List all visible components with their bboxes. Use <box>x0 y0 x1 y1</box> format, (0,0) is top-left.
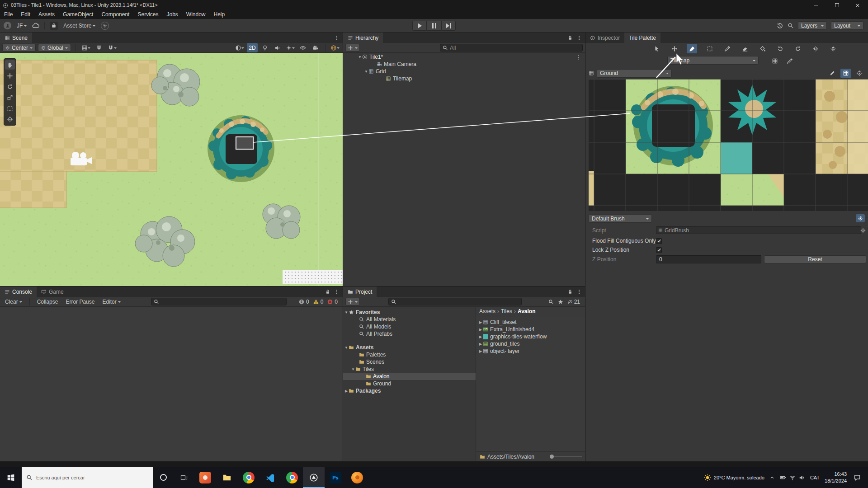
account-dropdown[interactable]: JF <box>14 22 29 30</box>
tree-palettes[interactable]: Palettes <box>343 351 476 358</box>
hierarchy-row-tilemap[interactable]: Tilemap <box>343 75 585 82</box>
menu-file[interactable]: File <box>0 10 17 19</box>
scene-lighting-icon[interactable] <box>259 43 270 52</box>
hierarchy-add-dropdown[interactable] <box>345 44 360 52</box>
console-log-area[interactable] <box>0 307 343 461</box>
move-tool[interactable] <box>5 71 15 80</box>
account-avatar[interactable] <box>4 22 11 29</box>
project-search-input[interactable] <box>388 298 522 305</box>
project-lock-icon[interactable] <box>567 289 573 295</box>
taskbar-chrome-2[interactable] <box>281 467 303 488</box>
battery-icon[interactable] <box>780 474 786 481</box>
menu-window[interactable]: Window <box>182 10 210 19</box>
transform-tool[interactable] <box>5 114 15 124</box>
tile-picker-tool[interactable] <box>722 44 732 53</box>
tree-scenes[interactable]: Scenes <box>343 358 476 366</box>
file-row[interactable]: ▶ground_tiles <box>476 340 585 347</box>
file-row[interactable]: ▶Cliff_tileset <box>476 319 585 326</box>
tab-game[interactable]: Game <box>37 286 68 297</box>
tool-handle-rotation-dropdown[interactable]: Global <box>38 44 71 52</box>
tree-packages[interactable]: ▶Packages <box>343 387 476 394</box>
network-icon[interactable] <box>789 474 796 481</box>
tile-eraser-tool[interactable] <box>740 44 750 53</box>
tree-favorites[interactable]: ▼Favorites <box>343 309 476 316</box>
script-menu-icon[interactable] <box>860 227 866 234</box>
palette-edit-pencil-icon[interactable] <box>827 69 838 78</box>
view-hand-tool[interactable] <box>5 60 15 70</box>
breadcrumb-tiles[interactable]: Tiles <box>501 308 512 314</box>
gizmos-dropdown[interactable] <box>330 43 340 52</box>
project-favorite-star-icon[interactable] <box>558 299 563 305</box>
tree-all-models[interactable]: All Models <box>343 323 476 330</box>
brush-dropdown[interactable]: Default Brush <box>589 214 652 223</box>
cloud-icon[interactable] <box>32 22 39 29</box>
play-button[interactable] <box>412 21 427 31</box>
tab-inspector[interactable]: Inspector <box>585 33 624 43</box>
thumbnail-zoom-slider[interactable] <box>550 455 582 459</box>
menu-jobs[interactable]: Jobs <box>162 10 182 19</box>
tray-expand-icon[interactable] <box>768 474 777 481</box>
shading-mode-dropdown[interactable] <box>234 43 245 52</box>
tile-flip-x-tool[interactable] <box>810 44 821 53</box>
tab-project[interactable]: Project <box>343 286 377 297</box>
taskbar-file-explorer[interactable] <box>216 467 238 488</box>
scene-canvas[interactable] <box>0 53 343 286</box>
breadcrumb-assets[interactable]: Assets <box>479 308 495 314</box>
weather-widget[interactable]: 20°C Mayorm. soleado <box>704 474 764 481</box>
tilemap-grid-icon[interactable] <box>769 56 780 66</box>
palette-gizmos-icon[interactable] <box>854 69 865 78</box>
scene-row-menu-icon[interactable] <box>576 54 581 60</box>
scene-visibility-icon[interactable] <box>297 43 308 52</box>
tree-tiles[interactable]: ▼Tiles <box>343 366 476 373</box>
grid-snap-dropdown[interactable] <box>107 43 118 52</box>
console-error-badge[interactable]: 0 <box>327 299 338 305</box>
volume-icon[interactable] <box>799 474 805 481</box>
hierarchy-row-grid[interactable]: ▼ Grid <box>343 68 585 75</box>
menu-gameobject[interactable]: GameObject <box>59 10 97 19</box>
console-warning-badge[interactable]: 0 <box>313 299 324 305</box>
pause-button[interactable] <box>427 21 441 31</box>
tile-select-tool[interactable] <box>651 44 662 53</box>
minimize-button[interactable] <box>806 0 826 10</box>
taskbar-unity-active[interactable] <box>303 467 325 488</box>
tab-scene[interactable]: Scene <box>0 33 32 43</box>
layers-dropdown[interactable]: Layers <box>798 21 827 30</box>
layout-dropdown[interactable]: Layout <box>831 21 863 30</box>
taskbar-search-input[interactable]: Escriu aquí per cercar <box>22 467 153 488</box>
project-search-by-type-icon[interactable] <box>548 299 554 305</box>
taskbar-photoshop[interactable]: Ps <box>325 467 346 488</box>
tree-all-materials[interactable]: All Materials <box>343 316 476 323</box>
console-lock-icon[interactable] <box>325 289 330 295</box>
taskbar-chrome[interactable] <box>238 467 259 488</box>
taskbar-app-orange[interactable] <box>194 467 216 488</box>
console-error-pause-toggle[interactable]: Error Pause <box>63 298 97 306</box>
tab-hierarchy[interactable]: Hierarchy <box>343 33 383 43</box>
hierarchy-row-scene[interactable]: ▼ Tile1* <box>343 53 585 61</box>
tile-flood-fill-tool[interactable] <box>757 44 768 53</box>
tool-handle-position-dropdown[interactable]: Center <box>2 44 36 52</box>
2d-mode-button[interactable]: 2D <box>247 43 258 52</box>
taskbar-firefox[interactable] <box>346 467 368 488</box>
tree-assets[interactable]: ▼Assets <box>343 344 476 351</box>
console-collapse-toggle[interactable]: Collapse <box>34 298 61 306</box>
script-object-field[interactable]: GridBrush <box>656 226 861 234</box>
tab-console[interactable]: Console <box>0 286 37 297</box>
menu-component[interactable]: Component <box>97 10 133 19</box>
clock[interactable]: 16:43 18/1/2024 <box>825 471 847 484</box>
brush-settings-icon[interactable] <box>856 214 865 222</box>
tile-flip-y-tool[interactable] <box>828 44 838 53</box>
file-row[interactable]: ▶Extra_Unfinished4 <box>476 326 585 333</box>
rect-tool[interactable] <box>5 103 15 113</box>
console-clear-dropdown[interactable]: Clear <box>2 298 25 306</box>
effects-dropdown[interactable] <box>285 43 296 52</box>
tree-avalon[interactable]: Avalon <box>343 373 476 380</box>
notification-center-icon[interactable] <box>850 474 864 481</box>
tile-rotate-cw-tool[interactable] <box>793 44 803 53</box>
scene-viewport[interactable] <box>0 53 343 286</box>
scale-tool[interactable] <box>5 93 15 102</box>
project-add-dropdown[interactable] <box>345 298 360 305</box>
tile-rotate-ccw-tool[interactable] <box>775 44 785 53</box>
project-menu-icon[interactable] <box>576 289 582 295</box>
console-info-badge[interactable]: 0 <box>298 299 309 305</box>
palette-grid-toggle-icon[interactable] <box>840 69 851 78</box>
